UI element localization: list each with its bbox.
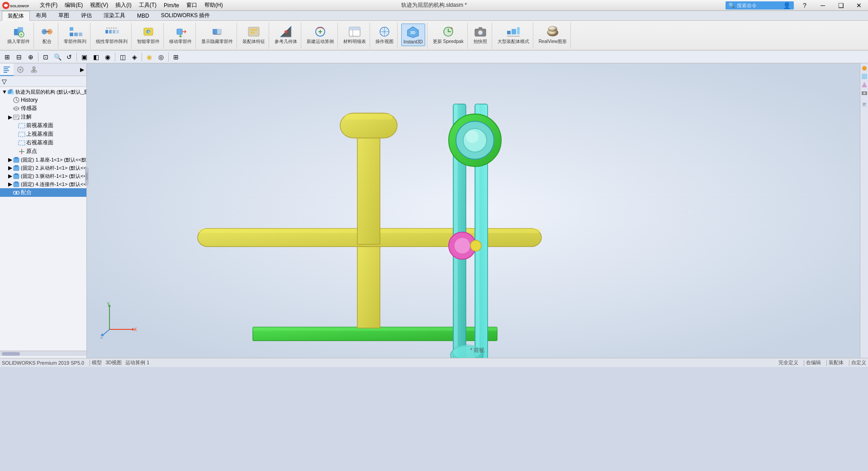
tree-part1[interactable]: ▶ (固定) 1.基座-1<1> (默认<<默认>: [0, 156, 86, 164]
menu-view[interactable]: 视图(V): [86, 0, 112, 10]
right-plane-icon: [18, 139, 25, 147]
zoom-in-btn[interactable]: 🔍: [52, 52, 63, 62]
btn-insert-component[interactable]: + 插入零部件: [5, 24, 32, 45]
tree-root-expand[interactable]: ▼: [2, 88, 7, 95]
tab-mbd[interactable]: MBD: [131, 11, 155, 20]
status-tab-model[interactable]: 模型: [92, 359, 102, 366]
tree-annotations-expand[interactable]: ▶: [7, 114, 13, 121]
btn-realview[interactable]: RealView图形: [537, 24, 569, 45]
tree-root[interactable]: ▼ 轨迹为屈层的机构 (默认<默认_显示状态-1>: [0, 88, 86, 96]
view-orient-btn[interactable]: ⊞: [2, 52, 13, 62]
panel-tab-property[interactable]: [14, 63, 27, 76]
tree-mates[interactable]: 配合: [0, 188, 86, 197]
menu-tools[interactable]: 工具(T): [135, 0, 160, 10]
tree-origin[interactable]: 原点: [0, 147, 86, 156]
filter-icon[interactable]: ▽: [2, 78, 7, 85]
right-cam-icon[interactable]: [861, 90, 868, 96]
right-appearance-icon[interactable]: [861, 65, 868, 71]
shaded-btn[interactable]: ◉: [102, 52, 113, 62]
menu-pimte[interactable]: Pim/te: [160, 1, 183, 10]
scene-btn[interactable]: ◎: [156, 52, 166, 62]
btn-new-motion[interactable]: 新建运动算例: [305, 24, 336, 45]
btn-speedpak[interactable]: 更新 Speedpak: [431, 24, 465, 45]
btn-pattern[interactable]: 零部件阵列: [62, 24, 88, 45]
section-btn[interactable]: ◫: [117, 52, 128, 62]
tree-front-plane[interactable]: 前视基准面: [0, 121, 86, 130]
camera-btn[interactable]: ◈: [129, 52, 140, 62]
status-tab-3d[interactable]: 3D视图: [105, 359, 122, 366]
tree-history[interactable]: ▶ History: [0, 96, 86, 104]
rotate-btn[interactable]: ↺: [64, 52, 75, 62]
btn-snapshot[interactable]: 拍快照: [471, 24, 489, 45]
btn-linear-pattern[interactable]: 线性零部件阵列: [94, 24, 129, 45]
tree-part4[interactable]: ▶ (固定) 4.连接件-1<1> (默认<<默认: [0, 180, 86, 188]
close-btn[interactable]: ✕: [850, 0, 868, 11]
panel-resize-handle[interactable]: [85, 167, 89, 186]
tab-sketch[interactable]: 草图: [52, 11, 75, 20]
section-view-btn[interactable]: ⊟: [14, 52, 24, 62]
tree-right-plane[interactable]: 右视基准面: [0, 138, 86, 147]
hide-lines-btn[interactable]: ◧: [90, 52, 101, 62]
right-properties-icon[interactable]: [861, 101, 868, 108]
tab-render[interactable]: 渲染工具: [98, 11, 131, 20]
display-style-btn[interactable]: ▣: [79, 52, 90, 62]
tree-part2[interactable]: ▶ (固定) 2.从动杆-1<1> (默认<<默认: [0, 164, 86, 172]
scrollbar-thumb[interactable]: [2, 352, 20, 356]
tree-sensors[interactable]: ▶ 传感器: [0, 104, 86, 113]
status-bar: SOLIDWORKS Premium 2019 SP5.0 模型 3D视图 运动…: [0, 358, 868, 367]
panel-filter: ▽: [0, 76, 86, 87]
menu-insert[interactable]: 插入(I): [112, 0, 135, 10]
btn-instant3d[interactable]: 3D Instant3D: [401, 24, 425, 46]
btn-move-component[interactable]: 移动零部件: [167, 24, 194, 45]
help-btn[interactable]: ?: [796, 0, 814, 11]
app-logo: SOLIDWORKS: [0, 1, 36, 10]
tree-part4-expand[interactable]: ▶: [7, 181, 13, 188]
zoom-extents-btn[interactable]: ⊡: [40, 52, 51, 62]
tree-part1-expand[interactable]: ▶: [7, 156, 13, 163]
btn-view-ops[interactable]: 操作视图: [374, 24, 395, 45]
ribbon-group-pattern-buttons: 零部件阵列: [62, 23, 88, 49]
btn-mate[interactable]: 配合: [38, 24, 56, 45]
menu-edit[interactable]: 编辑(E): [61, 0, 86, 10]
ribbon-group-instant3d-buttons: 3D Instant3D: [401, 23, 425, 49]
restore-btn[interactable]: ❑: [832, 0, 850, 11]
ribbon-group-asm-feature-buttons: 装配体特征: [241, 23, 267, 49]
tree-top-plane[interactable]: 上视基准面: [0, 130, 86, 138]
panel-tab-config[interactable]: [27, 63, 41, 76]
main-viewport[interactable]: * 前视 X Y Z: [87, 63, 868, 358]
view-settings-btn[interactable]: ⊞: [171, 52, 181, 62]
status-customize[interactable]: 自定义: [851, 359, 866, 366]
svg-point-70: [21, 151, 23, 152]
tab-assembly[interactable]: 装配体: [2, 11, 30, 21]
tree-part2-expand[interactable]: ▶: [7, 164, 13, 171]
left-panel-scrollbar[interactable]: [0, 351, 87, 356]
view-label: * 前视: [470, 347, 484, 354]
btn-smart-component[interactable]: S 智能零部件: [135, 24, 161, 45]
menu-file[interactable]: 文件(F): [36, 0, 61, 10]
btn-large-assembly[interactable]: 大型装配体模式: [496, 24, 531, 45]
tree-annotations[interactable]: ▶ 注解: [0, 113, 86, 121]
menu-window[interactable]: 窗口: [183, 0, 201, 10]
svg-rect-78: [14, 181, 18, 183]
menu-help[interactable]: 帮助(H): [201, 0, 227, 10]
status-tab-motion[interactable]: 运动算例 1: [125, 359, 149, 366]
btn-assembly-feature[interactable]: 装配体特征: [241, 24, 267, 45]
panel-arrow[interactable]: ▶: [77, 63, 86, 76]
btn-ref-geometry[interactable]: 参考几何体: [273, 24, 299, 45]
magnify-btn[interactable]: ⊕: [25, 52, 36, 62]
profile-btn[interactable]: 👤: [778, 0, 796, 11]
btn-show-hide[interactable]: 显示隐藏零部件: [199, 24, 235, 45]
tree-part3-expand[interactable]: ▶: [7, 172, 13, 180]
right-scene-icon[interactable]: [861, 73, 868, 80]
tree-part3[interactable]: ▶ (固定) 3.驱动杆-1<1> (默认<<默认: [0, 172, 86, 180]
appearance-btn[interactable]: ◉: [144, 52, 155, 62]
right-decals-icon[interactable]: [861, 81, 868, 88]
minimize-btn[interactable]: ─: [814, 0, 832, 11]
panel-tab-feature[interactable]: [0, 63, 14, 76]
btn-bom[interactable]: 材料明细表: [342, 24, 368, 45]
part4-icon: [13, 181, 20, 188]
svg-marker-117: [862, 82, 867, 87]
tab-evaluate[interactable]: 评估: [75, 11, 98, 20]
tab-plugins[interactable]: SOLIDWORKS 插件: [155, 11, 216, 20]
tab-layout[interactable]: 布局: [30, 11, 52, 20]
